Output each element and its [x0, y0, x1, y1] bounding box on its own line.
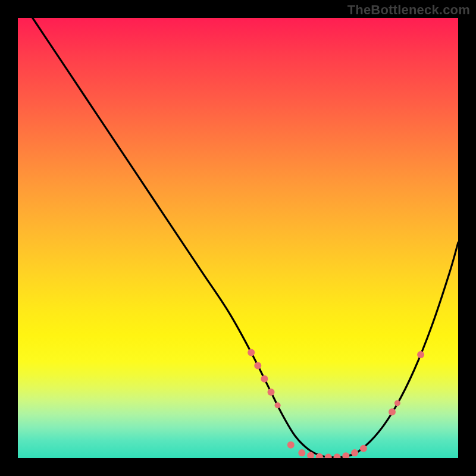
highlight-markers — [248, 349, 424, 458]
bottleneck-curve — [18, 18, 458, 458]
marker-dot — [360, 445, 367, 452]
marker-dot — [261, 375, 268, 383]
marker-dot — [342, 452, 349, 458]
chart-frame: TheBottleneck.com — [0, 0, 476, 476]
marker-dot — [334, 453, 341, 458]
marker-dot — [351, 449, 358, 456]
marker-dot — [287, 441, 295, 449]
marker-dot — [298, 449, 305, 456]
marker-dot — [325, 454, 332, 458]
marker-dot — [275, 402, 281, 408]
marker-dot — [389, 408, 396, 415]
marker-dot — [248, 349, 255, 356]
marker-dot — [254, 362, 261, 369]
marker-dot — [268, 389, 275, 396]
plot-area — [18, 18, 458, 458]
chart-svg — [18, 18, 458, 458]
watermark-text: TheBottleneck.com — [347, 2, 470, 18]
marker-dot — [394, 400, 400, 406]
marker-dot — [417, 351, 424, 358]
